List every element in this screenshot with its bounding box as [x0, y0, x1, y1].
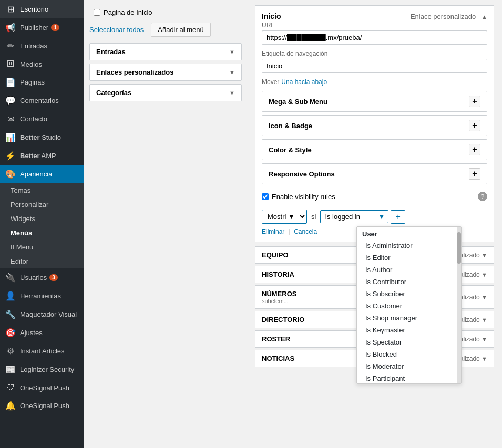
- dropdown-item-keymaster[interactable]: Is Keymaster: [357, 324, 461, 336]
- mega-sub-menu-section: Mega & Sub Menu +: [262, 91, 487, 112]
- row-arrow-icon: ▼: [481, 294, 487, 300]
- sidebar-item-personalizar[interactable]: Personalizar: [0, 197, 84, 212]
- dropdown-item-participant[interactable]: Is Participant: [357, 372, 461, 384]
- sidebar-item-loginizer[interactable]: 🛡 OneSignal Push: [0, 379, 84, 397]
- sidebar-item-instant-articles[interactable]: 📰 Loginizer Security: [0, 360, 84, 379]
- comentarios-icon: 💬: [5, 96, 16, 106]
- apariencia-icon: 🎨: [5, 169, 16, 179]
- logged-condition-label: Is logged in: [325, 213, 360, 221]
- sidebar-item-plugins[interactable]: 🔌 Usuarios 3: [0, 268, 84, 287]
- pagina-inicio-checkbox[interactable]: [94, 9, 100, 16]
- sidebar-item-better-amp[interactable]: ⚡ Better AMP: [0, 147, 84, 165]
- sidebar-item-onesignal[interactable]: 🔔 OneSignal Push: [0, 397, 84, 415]
- contacto-icon: ✉: [5, 114, 16, 124]
- menu-item-type: Enlace personalizado: [411, 13, 476, 20]
- collapse-icon[interactable]: ▲: [481, 14, 487, 20]
- help-icon[interactable]: ?: [478, 192, 487, 201]
- dropdown-item-moderator[interactable]: Is Moderator: [357, 360, 461, 372]
- dropdown-item-customer[interactable]: Is Customer: [357, 300, 461, 312]
- sidebar-item-escritorio[interactable]: ⊞ Escritorio: [0, 0, 84, 18]
- sidebar-item-comentarios[interactable]: 💬 Comentarios: [0, 91, 84, 110]
- enlaces-chevron-icon: ▼: [229, 69, 235, 76]
- row-arrow-icon: ▼: [481, 336, 487, 342]
- icon-badge-header[interactable]: Icon & Badge +: [262, 116, 487, 136]
- sidebar-item-medios[interactable]: 🖼 Medios: [0, 55, 84, 73]
- menu-editor-box: Inicio Enlace personalizado ▲ URL Etique…: [255, 5, 494, 242]
- dropdown-item-shop-manager[interactable]: Is Shop manager: [357, 312, 461, 324]
- right-panel: Inicio Enlace personalizado ▲ URL Etique…: [247, 0, 502, 448]
- sidebar-item-editor[interactable]: Editor: [0, 254, 84, 268]
- sidebar-item-maquetador[interactable]: 🎯 Ajustes: [0, 324, 84, 342]
- dropdown-item-blocked[interactable]: Is Blocked: [357, 348, 461, 360]
- herramientas-icon: 🔧: [5, 309, 16, 319]
- dropdown-item-contributor[interactable]: Is Contributor: [357, 276, 461, 288]
- paginas-icon: 📄: [5, 77, 16, 87]
- sidebar-item-contacto[interactable]: ✉ Contacto: [0, 110, 84, 128]
- medios-icon: 🖼: [5, 59, 16, 69]
- sidebar-item-entradas[interactable]: ✏ Entradas: [0, 37, 84, 55]
- dropdown-item-author[interactable]: Is Author: [357, 264, 461, 276]
- onesignal-icon: 🔔: [5, 401, 16, 411]
- plugins-icon: 🔌: [5, 273, 16, 283]
- entradas-accordion-header[interactable]: Entradas ▼: [90, 44, 241, 60]
- if-label: si: [309, 213, 318, 221]
- categorias-chevron-icon: ▼: [229, 90, 235, 96]
- menu-editor-title-row: Inicio Enlace personalizado ▲: [262, 12, 487, 20]
- sidebar-item-herramientas[interactable]: 🔧 Maquetador Visual: [0, 305, 84, 324]
- better-amp-icon: ⚡: [5, 151, 16, 161]
- sidebar-item-publisher[interactable]: 📢 Publisher 1: [0, 18, 84, 37]
- responsive-options-header[interactable]: Responsive Options +: [262, 164, 487, 184]
- nav-label-input[interactable]: [262, 59, 487, 73]
- color-style-section: Color & Style +: [262, 139, 487, 160]
- sidebar-item-temas[interactable]: Temas: [0, 183, 84, 197]
- categorias-accordion-header[interactable]: Categorías ▼: [90, 85, 241, 101]
- show-condition-select[interactable]: Mostri ▼: [262, 210, 307, 224]
- dashboard-icon: ⊞: [5, 4, 16, 14]
- enlaces-accordion-header[interactable]: Enlaces personalizados ▼: [90, 64, 241, 80]
- instant-articles-icon: 📰: [5, 364, 16, 374]
- visibility-rules-label: Enable visibility rules: [272, 193, 335, 201]
- entradas-chevron-icon: ▼: [229, 49, 235, 55]
- logged-dropdown-arrow-icon: ▼: [378, 213, 385, 221]
- nav-label-label: Etiqueta de navegación: [262, 50, 487, 57]
- usuarios-icon: 👤: [5, 291, 16, 301]
- sidebar-item-menus[interactable]: Menús: [0, 226, 84, 240]
- responsive-options-plus-icon[interactable]: +: [469, 168, 480, 180]
- user-group-label: User: [357, 227, 461, 239]
- enlaces-section: Enlaces personalizados ▼: [89, 64, 242, 81]
- sidebar-item-paginas[interactable]: 📄 Páginas: [0, 73, 84, 91]
- loginizer-icon: 🛡: [5, 383, 16, 392]
- sidebar-item-better-studio[interactable]: 📊 Better Studio: [0, 128, 84, 147]
- row-arrow-icon: ▼: [481, 252, 487, 258]
- ajustes-icon: ⚙: [5, 346, 16, 356]
- mega-sub-menu-header[interactable]: Mega & Sub Menu +: [262, 91, 487, 111]
- remove-link[interactable]: Eliminar: [262, 228, 284, 235]
- sidebar-item-usuarios[interactable]: 👤 Herramientas: [0, 287, 84, 305]
- color-style-header[interactable]: Color & Style +: [262, 140, 487, 160]
- select-all-link[interactable]: Seleccionar todos: [89, 26, 144, 34]
- logged-condition-dropdown[interactable]: Is logged in ▼: [320, 210, 388, 223]
- icon-badge-section: Icon & Badge +: [262, 115, 487, 136]
- add-condition-button[interactable]: +: [391, 210, 405, 224]
- responsive-options-section: Responsive Options +: [262, 163, 487, 184]
- row-arrow-icon: ▼: [481, 317, 487, 323]
- dropdown-item-editor[interactable]: Is Editor: [357, 252, 461, 264]
- color-style-plus-icon[interactable]: +: [469, 144, 480, 155]
- url-field-group: URL: [262, 22, 487, 45]
- visibility-rules-checkbox[interactable]: [262, 193, 269, 200]
- sidebar-item-ajustes[interactable]: ⚙ Instant Articles: [0, 342, 84, 360]
- dropdown-item-spectator[interactable]: Is Spectator: [357, 336, 461, 348]
- maquetador-icon: 🎯: [5, 328, 16, 338]
- sidebar-item-apariencia[interactable]: 🎨 Apariencia: [0, 165, 84, 183]
- icon-badge-plus-icon[interactable]: +: [469, 120, 480, 131]
- sidebar-item-widgets[interactable]: Widgets: [0, 212, 84, 226]
- mover-down-link[interactable]: Una hacia abajo: [281, 78, 327, 86]
- dropdown-item-subscriber[interactable]: Is Subscriber: [357, 288, 461, 300]
- mega-sub-menu-plus-icon[interactable]: +: [469, 96, 480, 107]
- publisher-icon: 📢: [5, 23, 16, 33]
- sidebar-item-if-menu[interactable]: If Menu: [0, 240, 84, 254]
- cancel-link[interactable]: Cancela: [294, 228, 317, 235]
- dropdown-item-administrator[interactable]: Is Administrator: [357, 239, 461, 252]
- url-input[interactable]: [262, 30, 487, 45]
- add-to-menu-button[interactable]: Añadir al menú: [151, 23, 210, 37]
